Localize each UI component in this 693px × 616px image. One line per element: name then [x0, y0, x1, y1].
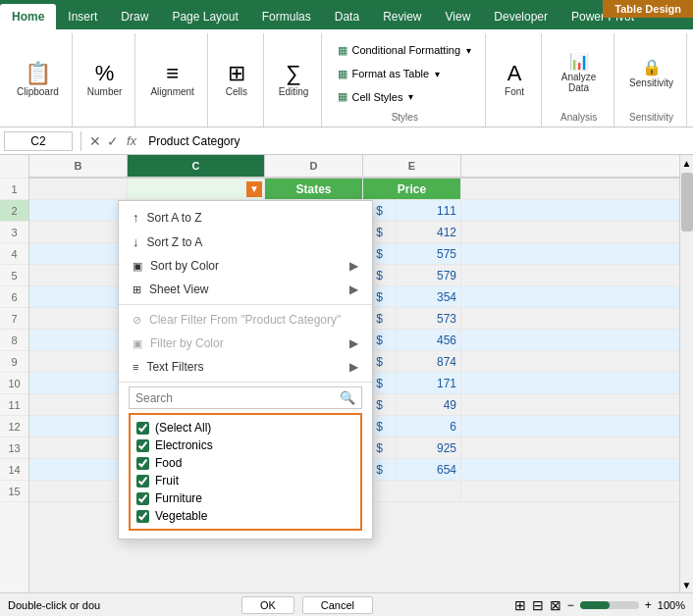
sort-color-item[interactable]: ▣ Sort by Color ▶: [119, 254, 372, 278]
text-filters-item[interactable]: ≡ Text Filters ▶: [119, 355, 372, 379]
cell-e8-price[interactable]: 456: [397, 330, 461, 350]
check-vegetable[interactable]: Vegetable: [136, 507, 354, 525]
cell-e15[interactable]: [363, 481, 461, 501]
sort-az-item[interactable]: ↑ Sort A to Z: [119, 205, 372, 230]
checkbox-furniture[interactable]: [136, 492, 149, 505]
clipboard-label: Clipboard: [17, 86, 59, 97]
conditional-formatting-btn[interactable]: ▦ Conditional Formatting ▾: [332, 42, 477, 59]
row-num-1: 1: [0, 179, 28, 200]
filter-search-input[interactable]: [135, 391, 340, 405]
cell-e4-price[interactable]: 575: [397, 243, 461, 264]
sensitivity-btn[interactable]: 🔒 Sensitivity: [624, 44, 678, 103]
scroll-track[interactable]: [680, 233, 693, 577]
cell-b11[interactable]: [29, 394, 128, 415]
zoom-in-icon[interactable]: +: [645, 598, 652, 612]
col-header-d[interactable]: D: [265, 155, 363, 177]
cell-d1-header[interactable]: States: [265, 179, 363, 199]
cell-e11-price[interactable]: 49: [397, 394, 461, 415]
cell-b2[interactable]: [29, 200, 128, 221]
cells-btn[interactable]: ⊞ Cells: [218, 51, 255, 110]
editing-btn[interactable]: ∑ Editing: [274, 51, 314, 110]
tab-insert[interactable]: Insert: [56, 4, 109, 29]
check-food[interactable]: Food: [136, 454, 354, 472]
cell-b5[interactable]: [29, 265, 128, 285]
cell-b10[interactable]: [29, 373, 128, 393]
filter-search-box[interactable]: 🔍: [129, 386, 362, 409]
cell-reference-input[interactable]: [4, 131, 73, 151]
cell-e14-price[interactable]: 654: [397, 459, 461, 480]
table-design-tab[interactable]: Table Design: [603, 0, 693, 18]
cell-e12-price[interactable]: 6: [397, 416, 461, 436]
sheet-view-item[interactable]: ⊞ Sheet View ▶: [119, 278, 372, 301]
checkbox-select-all[interactable]: [136, 422, 149, 435]
scroll-thumb[interactable]: [681, 173, 693, 231]
cell-c1[interactable]: ▼: [128, 179, 265, 199]
cell-b14[interactable]: [29, 459, 128, 480]
page-layout-icon[interactable]: ⊟: [532, 597, 544, 613]
scroll-up-btn[interactable]: ▲: [680, 155, 693, 171]
col-header-c[interactable]: C: [128, 155, 265, 177]
zoom-out-icon[interactable]: −: [567, 598, 574, 612]
col-header-b[interactable]: B: [29, 155, 128, 177]
cell-b6[interactable]: [29, 286, 128, 307]
number-btn[interactable]: % Number: [82, 51, 128, 110]
cell-e3-price[interactable]: 412: [397, 222, 461, 242]
cell-e5-price[interactable]: 579: [397, 265, 461, 285]
formula-divider: [80, 131, 81, 151]
clear-filter-icon: ⊘: [133, 314, 141, 327]
tab-home[interactable]: Home: [0, 4, 56, 29]
cell-e10-price[interactable]: 171: [397, 373, 461, 393]
row-num-9: 9: [0, 351, 28, 373]
cell-b3[interactable]: [29, 222, 128, 242]
tab-page-layout[interactable]: Page Layout: [160, 4, 249, 29]
cell-b12[interactable]: [29, 416, 128, 436]
font-btn[interactable]: A Font: [496, 51, 533, 110]
cell-e2-price[interactable]: 111: [397, 200, 461, 221]
sheet-view-label: Sheet View: [149, 282, 209, 296]
tab-developer[interactable]: Developer: [482, 4, 560, 29]
check-fruit[interactable]: Fruit: [136, 472, 354, 489]
cell-e9-price[interactable]: 874: [397, 351, 461, 372]
tab-review[interactable]: Review: [371, 4, 433, 29]
check-select-all[interactable]: (Select All): [136, 419, 354, 436]
cell-e6-price[interactable]: 354: [397, 286, 461, 307]
vertical-scrollbar[interactable]: ▲ ▼: [679, 155, 693, 592]
cell-e13-price[interactable]: 925: [397, 437, 461, 458]
checkbox-electronics[interactable]: [136, 439, 149, 452]
cell-b15[interactable]: [29, 481, 128, 501]
tab-view[interactable]: View: [434, 4, 483, 29]
cell-b9[interactable]: [29, 351, 128, 372]
cell-b7[interactable]: [29, 308, 128, 329]
format-table-btn[interactable]: ▦ Format as Table ▾: [332, 66, 477, 82]
tab-draw[interactable]: Draw: [109, 4, 160, 29]
ok-button[interactable]: OK: [241, 596, 294, 614]
cell-b8[interactable]: [29, 330, 128, 350]
cell-b4[interactable]: [29, 243, 128, 264]
cell-styles-btn[interactable]: ▦ Cell Styles ▾: [332, 88, 477, 105]
col-header-e[interactable]: E: [363, 155, 461, 177]
clipboard-btn[interactable]: 📋 Clipboard: [12, 51, 64, 110]
formula-input[interactable]: [144, 132, 689, 150]
sort-za-item[interactable]: ↓ Sort Z to A: [119, 230, 372, 254]
cell-e1-header[interactable]: Price: [363, 179, 461, 199]
checkbox-food[interactable]: [136, 457, 149, 470]
cell-e7-price[interactable]: 573: [397, 308, 461, 329]
dropdown-indicator[interactable]: ▼: [246, 181, 262, 197]
cancel-button[interactable]: Cancel: [302, 596, 373, 614]
check-electronics[interactable]: Electronics: [136, 436, 354, 454]
page-break-icon[interactable]: ⊠: [550, 597, 561, 613]
tab-data[interactable]: Data: [323, 4, 371, 29]
normal-view-icon[interactable]: ⊞: [514, 597, 526, 613]
checkbox-vegetable[interactable]: [136, 510, 149, 523]
zoom-slider[interactable]: [580, 601, 639, 609]
cell-b13[interactable]: [29, 437, 128, 458]
alignment-btn[interactable]: ≡ Alignment: [145, 51, 198, 110]
analyze-data-btn[interactable]: 📊 Analyze Data: [552, 44, 606, 103]
cancel-formula-icon[interactable]: ✕: [89, 133, 101, 149]
cell-b1[interactable]: [29, 179, 128, 199]
scroll-down-btn[interactable]: ▼: [680, 577, 693, 592]
confirm-formula-icon[interactable]: ✓: [107, 133, 119, 149]
check-furniture[interactable]: Furniture: [136, 489, 354, 507]
checkbox-fruit[interactable]: [136, 475, 149, 488]
tab-formulas[interactable]: Formulas: [250, 4, 323, 29]
